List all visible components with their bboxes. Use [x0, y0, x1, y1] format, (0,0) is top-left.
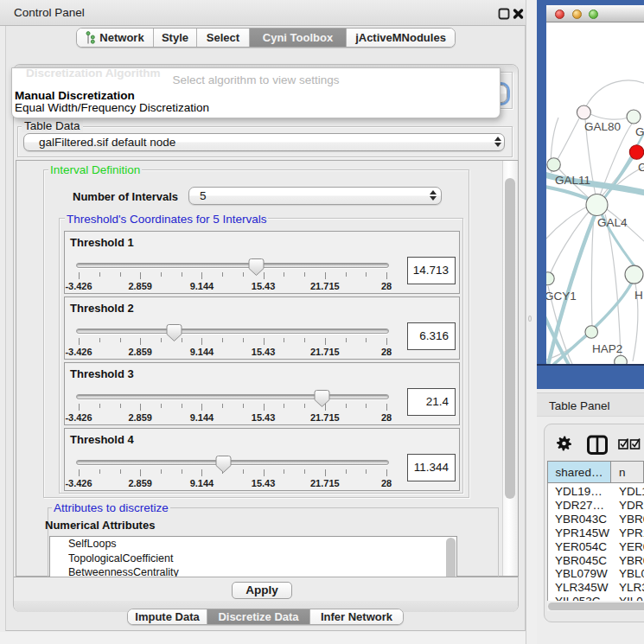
- svg-text:C: C: [638, 161, 644, 174]
- svg-text:H: H: [634, 289, 643, 302]
- svg-text:HAP2: HAP2: [592, 342, 622, 355]
- svg-text:GAL11: GAL11: [555, 174, 590, 187]
- svg-text:GAL80: GAL80: [584, 120, 621, 133]
- svg-text:GCY1: GCY1: [546, 290, 577, 303]
- svg-text:GAL4: GAL4: [597, 216, 628, 229]
- svg-text:GA: GA: [635, 125, 644, 138]
